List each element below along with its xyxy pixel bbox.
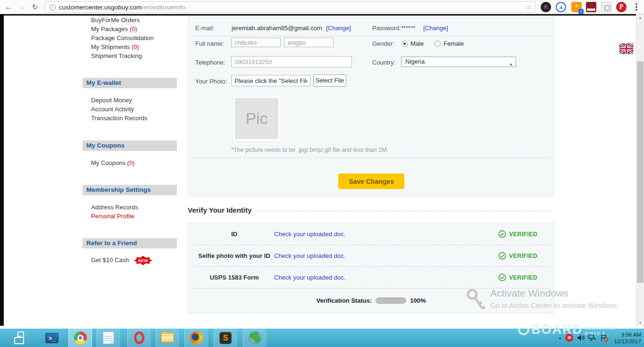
url-text[interactable]: customercenter.usgobuy.com/en/edituserin… (59, 4, 185, 11)
gender-male-label: Male (410, 40, 424, 47)
uk-flag-icon[interactable] (619, 43, 633, 54)
scrollbar[interactable]: ▲ ▼ (636, 14, 644, 326)
divider (258, 211, 550, 211)
network-icon[interactable] (588, 334, 596, 341)
address-bar[interactable]: i customercenter.usgobuy.com/en/edituser… (45, 1, 535, 13)
radio-male[interactable] (401, 41, 408, 47)
scrollbar-thumb[interactable] (637, 61, 644, 283)
sidebar-item-buyforme-orders[interactable]: BuyForMe Orders (91, 16, 177, 25)
sidebar-item-my-coupons[interactable]: My Coupons (0) (91, 158, 177, 167)
sidebar-item-my-packages[interactable]: My Packages (0) (91, 25, 177, 33)
taskbar-globe-button[interactable] (243, 329, 267, 347)
country-select[interactable]: Nigeria▼ (401, 57, 516, 67)
sidebar-item-get-cash[interactable]: Get $10 CashNEW (91, 256, 177, 264)
verification-status-label: Verification Status: (317, 297, 372, 304)
taskbar-desktop-tools-button[interactable] (9, 329, 33, 347)
sidebar-item-count: (0) (130, 25, 137, 33)
back-icon[interactable]: ← (3, 1, 14, 13)
extension-red-icon[interactable] (586, 2, 596, 12)
screen: ← → ↻ i customercenter.usgobuy.com/en/ed… (0, 0, 644, 347)
action-center-flag-icon[interactable] (600, 334, 608, 342)
telephone-field[interactable] (231, 56, 352, 67)
verified-label: VERIFIED (509, 231, 537, 238)
taskbar-chrome-button[interactable] (68, 329, 92, 347)
email-label: E-mail: (195, 25, 214, 32)
sidebar-item-deposit-money[interactable]: Deposit Money (91, 96, 177, 105)
check-doc-link[interactable]: Check your uploaded doc. (274, 252, 498, 259)
sidebar-item-shipment-tracking[interactable]: Shipment Tracking (91, 51, 177, 60)
globe-icon (249, 331, 261, 344)
browser-menu-icon[interactable] (633, 3, 640, 11)
sidebar-item-my-shipments[interactable]: My Shipments (0) (91, 42, 177, 51)
password-label: Password:****** (372, 25, 415, 32)
new-badge: NEW (134, 256, 152, 265)
fullname-label: Full name: (195, 40, 224, 47)
extension-pinterest-icon[interactable]: P (616, 2, 627, 12)
sidebar-item-label: Deposit Money (91, 97, 132, 104)
powershell-icon: >_ (45, 333, 59, 343)
extension-badge: 1 (578, 9, 584, 14)
taskbar-firefox-button[interactable] (184, 329, 208, 347)
taskbar-clock[interactable]: 3:56 AM 12/12/2017 (614, 331, 643, 345)
volume-icon[interactable] (577, 334, 585, 341)
opera-icon (134, 331, 144, 344)
taskbar-explorer-button[interactable] (156, 329, 179, 347)
sublime-text-icon: S (219, 332, 232, 344)
gender-female-label: Female (443, 40, 464, 47)
taskbar-sublime-button[interactable]: S (214, 329, 237, 347)
reload-icon[interactable]: ↻ (29, 1, 41, 13)
save-changes-button[interactable]: Save Changes (338, 174, 404, 189)
sidebar-item-account-activity[interactable]: Account Activity (91, 105, 177, 114)
taskbar-powershell-button[interactable]: >_ (40, 329, 64, 347)
sidebar-item-count: (0) (127, 159, 135, 166)
sidebar-item-personal-profile[interactable]: Personal Profile (91, 212, 177, 221)
sidebar-item-label: Transaction Records (91, 115, 147, 122)
sidebar-item-transaction-records[interactable]: Transaction Records (91, 114, 177, 123)
sidebar-header-refer: Refer to a Friend (83, 238, 177, 248)
sidebar-item-address-records[interactable]: Address Records (91, 203, 177, 212)
progress-fill (376, 298, 406, 303)
sidebar-item-label: My Coupons (91, 159, 125, 166)
extension-k-icon[interactable]: K (541, 2, 551, 12)
verify-row-usps: USPS 1583 Form Check your uploaded doc. … (193, 267, 549, 289)
verified-label: VERIFIED (509, 274, 537, 281)
verify-row-selfie: Selfie photo with your ID Check your upl… (193, 245, 549, 267)
page-info-icon[interactable]: i (50, 4, 56, 10)
radio-female[interactable] (435, 41, 441, 47)
gender-female-option[interactable]: Female (435, 40, 464, 47)
bookmark-star-icon[interactable]: ☆ (526, 3, 532, 11)
select-file-button[interactable]: Select File (313, 74, 346, 87)
forward-icon[interactable]: → (16, 1, 27, 13)
extension-gear-icon[interactable] (601, 2, 611, 12)
extension-hubspot-icon[interactable]: *1 (571, 2, 582, 12)
photo-preview: Pic (233, 96, 281, 141)
country-label: Country: (372, 59, 395, 66)
taskbar-opera-button[interactable] (127, 329, 151, 347)
photo-path-field[interactable] (231, 75, 310, 86)
firefox-icon (190, 331, 203, 344)
url-path: /en/edituserinfo (142, 4, 185, 11)
tray-time: 3:56 AM (614, 331, 641, 338)
verified-label: VERIFIED (509, 253, 537, 259)
gender-male-option[interactable]: Male (401, 40, 424, 47)
password-change-link[interactable]: [Change] (423, 25, 448, 32)
last-name-field[interactable] (284, 38, 334, 47)
hidden-icons-arrow[interactable]: ▲ (559, 336, 562, 339)
browser-toolbar: ← → ↻ i customercenter.usgobuy.com/en/ed… (0, 0, 644, 14)
mega-tray-icon[interactable]: M (565, 334, 573, 342)
scroll-up-icon[interactable]: ▲ (636, 14, 644, 21)
scroll-down-icon[interactable]: ▼ (636, 319, 644, 326)
status-badge: VERIFIED (498, 252, 537, 260)
email-change-link[interactable]: [Change] (326, 25, 351, 32)
extension-amazon-icon[interactable]: a (556, 2, 566, 12)
check-doc-link[interactable]: Check your uploaded doc. (274, 274, 498, 281)
verification-percent: 100% (410, 297, 426, 304)
check-doc-link[interactable]: Check your uploaded doc. (274, 231, 498, 238)
first-name-field[interactable] (231, 38, 281, 47)
taskbar-notepad-button[interactable] (97, 329, 120, 347)
sidebar-item-package-consolidation[interactable]: Package Consolidation (91, 33, 177, 42)
photo-label: Your Photo: (195, 78, 227, 85)
profile-form: E-mail: jeremiah.abraham85@gmail.com [Ch… (188, 17, 554, 197)
taskbar-separator (124, 330, 124, 345)
sidebar-item-label: Get $10 Cash (91, 256, 129, 264)
